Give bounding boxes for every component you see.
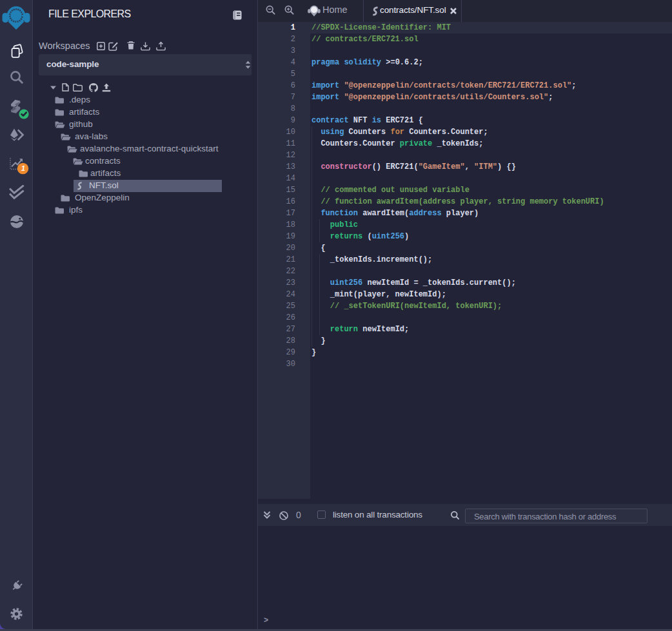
- svg-text:1: 1: [21, 164, 25, 172]
